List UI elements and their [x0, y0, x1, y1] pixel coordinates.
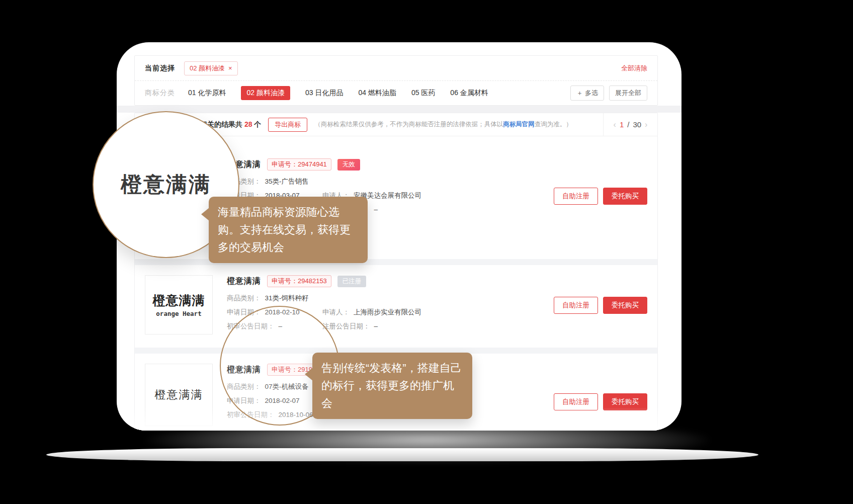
- pagination: ‹ 1 / 30 ›: [603, 113, 657, 136]
- field-value: –: [374, 321, 378, 331]
- entrust-purchase-button[interactable]: 委托购买: [603, 297, 647, 314]
- field-applicant: 申请人：上海雨步实业有限公司: [322, 307, 421, 317]
- disclaimer-post: 查询为准。）: [535, 121, 572, 128]
- field-label: 商品类别：: [227, 293, 261, 303]
- plus-icon: ＋: [576, 89, 583, 98]
- category-item-02-active[interactable]: 02 颜料油漆: [241, 86, 290, 100]
- entrust-purchase-button[interactable]: 委托购买: [603, 393, 647, 410]
- chevron-right-icon[interactable]: ›: [645, 120, 647, 129]
- trademark-image-3[interactable]: 橙意满满: [145, 364, 213, 426]
- field-value: –: [374, 205, 378, 215]
- trademark-name[interactable]: 橙意满满: [227, 276, 261, 287]
- page-total: 30: [633, 120, 641, 129]
- expand-all-button[interactable]: 展开全部: [609, 86, 647, 101]
- status-badge-registered: 已注册: [337, 276, 367, 287]
- results-summary-suffix: 个: [252, 120, 261, 128]
- self-register-button[interactable]: 自助注册: [554, 393, 598, 410]
- section-divider: [117, 106, 681, 113]
- field-registration-publication: 注册公告日期：–: [322, 321, 378, 331]
- self-register-button[interactable]: 自助注册: [554, 297, 598, 314]
- filter-actions: ＋多选 展开全部: [570, 86, 647, 101]
- disclaimer-pre: （商标检索结果仅供参考，不作为商标能否注册的法律依据；具体以: [314, 121, 503, 128]
- application-number-value: 29482153: [298, 277, 327, 285]
- selected-filter-tag-label: 02 颜料油漆: [190, 64, 225, 73]
- multi-select-button[interactable]: ＋多选: [570, 86, 604, 101]
- category-label: 商标分类: [145, 89, 175, 98]
- title-line: 橙意满满 申请号：29482153 已注册: [227, 275, 546, 287]
- category-item-03[interactable]: 03 日化用品: [305, 89, 343, 98]
- application-number-label: 申请号：: [272, 160, 298, 168]
- category-filter-row: 商标分类 01 化学原料 02 颜料油漆 03 日化用品 04 燃料油脂 05 …: [135, 81, 657, 105]
- tooltip-text: 告别传统“发表格”，搭建自己的标行，获得更多的推广机会: [321, 362, 462, 409]
- current-selection-label: 当前选择: [145, 64, 175, 73]
- tooltip-callout-marketplace: 海量精品商标资源随心选购。支持在线交易，获得更多的交易机会: [209, 197, 368, 263]
- category-item-01[interactable]: 01 化学原料: [188, 89, 226, 98]
- title-line: 橙意满满 申请号：29474941 无效: [227, 158, 546, 171]
- field-value: 上海雨步实业有限公司: [354, 307, 421, 317]
- field-value: 35类-广告销售: [265, 177, 309, 187]
- trademark-image-text: 橙意满满: [153, 292, 205, 309]
- close-icon[interactable]: ×: [228, 64, 232, 72]
- page-separator: /: [627, 120, 629, 129]
- category-item-05[interactable]: 05 医药: [411, 89, 435, 98]
- field-label: 申请人：: [322, 307, 350, 317]
- row-actions: 自助注册 委托购买: [554, 275, 647, 335]
- magnified-trademark-text: 橙意满满: [121, 171, 211, 199]
- result-row-2: 橙意满满 orange Heart 橙意满满 申请号：29482153 已注册 …: [135, 265, 657, 348]
- results-count: 28: [244, 120, 252, 128]
- tooltip-text: 海量精品商标资源随心选购。支持在线交易，获得更多的交易机会: [218, 206, 351, 254]
- trademark-image-subtext: orange Heart: [156, 310, 201, 317]
- status-badge-invalid: 无效: [337, 159, 360, 171]
- trademark-image-text: 橙意满满: [155, 387, 203, 402]
- field-line: 商品类别：35类-广告销售: [227, 177, 546, 187]
- application-number-chip: 申请号：29474941: [267, 158, 331, 171]
- row-actions: 自助注册 委托购买: [554, 364, 647, 431]
- application-number-label: 申请号：: [272, 277, 298, 285]
- filter-panel: 当前选择 02 颜料油漆 × 全部清除 商标分类 01 化学原料 02 颜料油漆…: [134, 55, 658, 106]
- chevron-left-icon[interactable]: ‹: [614, 120, 616, 129]
- multi-select-label: 多选: [585, 89, 598, 98]
- application-number-chip: 申请号：29482153: [267, 275, 331, 287]
- field-label: 注册公告日期：: [322, 321, 370, 331]
- entrust-purchase-button[interactable]: 委托购买: [603, 188, 647, 205]
- self-register-button[interactable]: 自助注册: [554, 188, 598, 205]
- page-current: 1: [620, 120, 624, 129]
- laptop-base: [46, 448, 758, 461]
- category-item-06[interactable]: 06 金属材料: [450, 89, 488, 98]
- current-selection-row: 当前选择 02 颜料油漆 × 全部清除: [135, 56, 657, 81]
- trademark-image-2[interactable]: 橙意满满 orange Heart: [145, 275, 213, 334]
- selected-filter-tag[interactable]: 02 颜料油漆 ×: [184, 61, 238, 75]
- official-site-link[interactable]: 商标局官网: [503, 121, 535, 128]
- row-actions: 自助注册 委托购买: [554, 158, 647, 234]
- application-number-value: 29474941: [298, 160, 327, 168]
- field-line: 商品类别：31类-饲料种籽: [227, 293, 546, 303]
- marketing-stage: 当前选择 02 颜料油漆 × 全部清除 商标分类 01 化学原料 02 颜料油漆…: [0, 0, 853, 504]
- export-trademarks-button[interactable]: 导出商标: [268, 118, 307, 132]
- tooltip-callout-promotion: 告别传统“发表格”，搭建自己的标行，获得更多的推广机会: [312, 353, 472, 419]
- clear-all-button[interactable]: 全部清除: [621, 64, 647, 73]
- field-category: 商品类别：31类-饲料种籽: [227, 293, 309, 303]
- disclaimer: （商标检索结果仅供参考，不作为商标能否注册的法律依据；具体以商标局官网查询为准。…: [314, 120, 572, 129]
- category-item-04[interactable]: 04 燃料油脂: [358, 89, 396, 98]
- field-value: 31类-饲料种籽: [265, 293, 309, 303]
